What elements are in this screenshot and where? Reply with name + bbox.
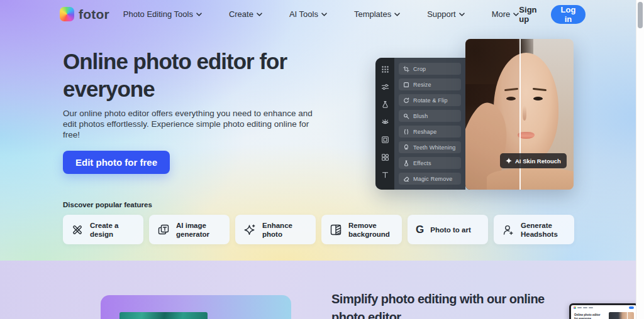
nav-label: Photo Editing Tools [123, 9, 193, 19]
sparkle-icon [506, 158, 512, 164]
simplify-section: Simplify photo editing with our online p… [0, 261, 644, 319]
gradient-preview-card [101, 295, 291, 319]
nav-label: Templates [354, 9, 391, 19]
chevron-down-icon [394, 13, 400, 16]
tool-rotate-flip: Rotate & Flip [399, 94, 461, 106]
chevron-down-icon [257, 13, 262, 16]
sample-photo-thumbnail [119, 312, 208, 319]
mini-page-title: Online photo editor for everyone [574, 313, 603, 319]
main-nav: Photo Editing Tools Create AI Tools Temp… [123, 9, 519, 19]
card-generate-headshots[interactable]: Generate Headshots [494, 215, 574, 244]
tool-label: Blush [413, 113, 428, 119]
tool-effects: Effects [399, 157, 461, 169]
scrollbar[interactable] [636, 0, 644, 319]
nav-ai-tools[interactable]: AI Tools [289, 9, 327, 19]
tool-label: Crop [413, 66, 426, 72]
tool-resize: Resize [399, 78, 461, 90]
portrait-before-after-photo: AI Skin Retouch [465, 39, 574, 190]
fotor-homepage: fotor Photo Editing Tools Create AI Tool… [0, 0, 644, 319]
resize-icon [403, 82, 409, 88]
simplify-heading: Simplify photo editing with our online p… [331, 290, 548, 319]
fotor-logo-icon [60, 7, 74, 21]
card-photo-to-art[interactable]: G Photo to art [408, 215, 488, 244]
nav-support[interactable]: Support [427, 9, 465, 19]
rotate-icon [403, 97, 409, 104]
hero-description: Our online photo editor offers everythin… [63, 108, 318, 140]
mini-nav-item [577, 307, 582, 308]
nav-templates[interactable]: Templates [354, 9, 400, 19]
enhance-sparkle-icon [243, 224, 256, 236]
portrait-nose-shadow [523, 105, 526, 121]
editor-tool-panel: Crop Resize Rotate & Flip Blush [375, 58, 465, 190]
tool-label: Resize [413, 82, 431, 88]
tool-crop: Crop [399, 63, 461, 75]
mini-nav-item [583, 307, 587, 308]
apps-grid-icon [381, 65, 389, 73]
reshape-icon [403, 129, 409, 135]
mini-before-after-divider [627, 312, 628, 319]
teeth-whitening-icon [403, 144, 409, 151]
headshots-icon [502, 224, 514, 236]
fotor-logo-text: fotor [79, 7, 109, 22]
editor-icon-rail [375, 58, 394, 190]
card-label: Create a design [90, 221, 140, 239]
tool-teeth-whitening: Teeth Whitening [399, 141, 461, 153]
crop-icon [403, 66, 409, 72]
editor-tool-list: Crop Resize Rotate & Flip Blush [394, 58, 465, 190]
mini-logo-icon [574, 306, 576, 309]
mini-navbar [571, 305, 636, 310]
mini-portrait-photo [609, 312, 634, 319]
tool-magic-remove: Magic Remove [399, 173, 461, 185]
card-remove-background[interactable]: Remove background [321, 215, 402, 244]
page-title: Online photo editor for everyone [63, 48, 336, 103]
card-label: AI image generator [176, 221, 226, 239]
log-in-button[interactable]: Log in [551, 5, 586, 24]
card-label: Remove background [348, 221, 399, 239]
tool-reshape: Reshape [399, 126, 461, 138]
nav-label: More [492, 9, 511, 19]
tool-label: Reshape [413, 129, 436, 135]
scrollbar-thumb[interactable] [638, 2, 643, 28]
hero-section: fotor Photo Editing Tools Create AI Tool… [0, 0, 644, 261]
badge-label: AI Skin Retouch [515, 158, 561, 165]
top-navigation: fotor Photo Editing Tools Create AI Tool… [0, 0, 644, 28]
video-preview-widget[interactable]: Online photo editor for everyone [569, 303, 638, 319]
tool-label: Teeth Whitening [413, 144, 456, 151]
chevron-down-icon [321, 13, 327, 16]
mini-login-button [629, 306, 634, 309]
text-tool-icon [381, 171, 389, 179]
nav-more[interactable]: More [492, 9, 519, 19]
effects-icon [403, 160, 409, 166]
nav-photo-editing-tools[interactable]: Photo Editing Tools [123, 9, 202, 19]
sign-up-link[interactable]: Sign up [519, 5, 536, 24]
magic-remove-icon [403, 176, 409, 182]
ai-image-icon [157, 224, 170, 236]
header-actions: Sign up Log in [519, 5, 586, 24]
design-icon [71, 224, 84, 236]
elements-shapes-icon [381, 153, 389, 161]
adjust-sliders-icon [381, 83, 389, 91]
nav-label: Create [229, 9, 253, 19]
ai-skin-retouch-badge: AI Skin Retouch [500, 153, 567, 168]
chevron-down-icon [196, 13, 202, 16]
editor-mockup-image: Crop Resize Rotate & Flip Blush [375, 39, 574, 190]
frame-icon [381, 136, 389, 144]
nav-label: Support [427, 9, 456, 19]
tool-label: Magic Remove [413, 176, 452, 182]
nav-create[interactable]: Create [229, 9, 262, 19]
card-ai-image-generator[interactable]: AI image generator [149, 215, 230, 244]
chevron-down-icon [513, 13, 519, 16]
card-label: Enhance photo [262, 221, 313, 239]
fotor-logo[interactable]: fotor [60, 7, 109, 22]
tool-label: Effects [413, 160, 431, 166]
blush-icon [403, 113, 409, 119]
nav-label: AI Tools [289, 9, 318, 19]
eye-icon [381, 118, 389, 126]
remove-background-icon [330, 224, 342, 236]
tool-blush: Blush [399, 110, 461, 122]
edit-photo-cta-button[interactable]: Edit photo for free [63, 151, 170, 174]
card-create-a-design[interactable]: Create a design [63, 215, 143, 244]
video-preview-screen: Online photo editor for everyone [571, 305, 636, 319]
card-label: Generate Headshots [521, 221, 571, 239]
card-enhance-photo[interactable]: Enhance photo [235, 215, 316, 244]
